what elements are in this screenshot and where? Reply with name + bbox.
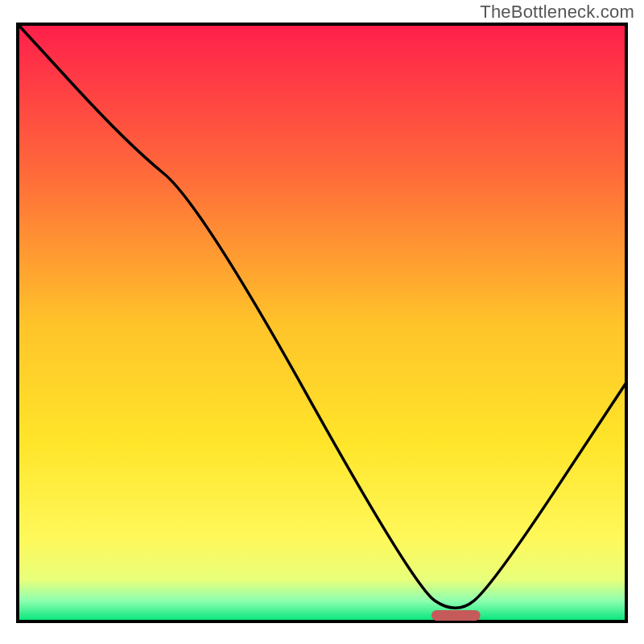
- plot-area: [18, 24, 626, 621]
- chart-stage: TheBottleneck.com: [0, 0, 644, 644]
- optimal-region-marker: [431, 610, 480, 621]
- bottleneck-chart: [0, 0, 644, 644]
